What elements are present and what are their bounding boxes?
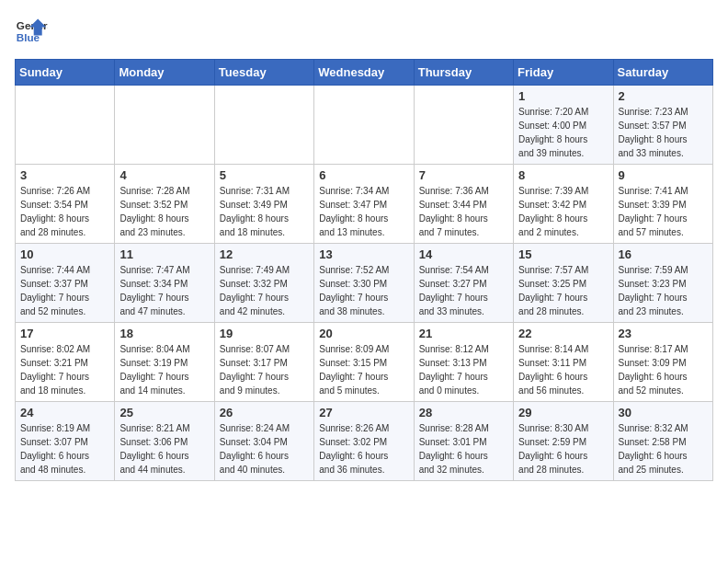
day-number: 15 bbox=[518, 247, 608, 261]
day-number: 3 bbox=[20, 168, 109, 182]
day-cell: 13Sunrise: 7:52 AM Sunset: 3:30 PM Dayli… bbox=[314, 244, 414, 323]
day-number: 4 bbox=[119, 168, 209, 182]
day-info: Sunrise: 7:36 AM Sunset: 3:44 PM Dayligh… bbox=[419, 184, 508, 239]
day-cell: 10Sunrise: 7:44 AM Sunset: 3:37 PM Dayli… bbox=[16, 244, 115, 323]
day-cell bbox=[115, 86, 214, 165]
day-info: Sunrise: 8:24 AM Sunset: 3:04 PM Dayligh… bbox=[220, 421, 309, 477]
day-cell: 22Sunrise: 8:14 AM Sunset: 3:11 PM Dayli… bbox=[514, 323, 613, 402]
week-row-3: 17Sunrise: 8:02 AM Sunset: 3:21 PM Dayli… bbox=[16, 323, 713, 402]
header-thursday: Thursday bbox=[414, 60, 513, 86]
day-info: Sunrise: 7:31 AM Sunset: 3:49 PM Dayligh… bbox=[220, 184, 309, 239]
day-cell: 17Sunrise: 8:02 AM Sunset: 3:21 PM Dayli… bbox=[16, 323, 115, 402]
day-info: Sunrise: 8:26 AM Sunset: 3:02 PM Dayligh… bbox=[319, 421, 408, 477]
day-number: 16 bbox=[619, 247, 708, 261]
week-row-2: 10Sunrise: 7:44 AM Sunset: 3:37 PM Dayli… bbox=[16, 244, 713, 323]
day-number: 6 bbox=[319, 168, 408, 182]
day-info: Sunrise: 7:54 AM Sunset: 3:27 PM Dayligh… bbox=[419, 263, 508, 318]
day-cell: 20Sunrise: 8:09 AM Sunset: 3:15 PM Dayli… bbox=[314, 323, 414, 402]
day-cell: 12Sunrise: 7:49 AM Sunset: 3:32 PM Dayli… bbox=[214, 244, 313, 323]
day-cell: 11Sunrise: 7:47 AM Sunset: 3:34 PM Dayli… bbox=[115, 244, 214, 323]
day-number: 25 bbox=[119, 406, 209, 419]
day-info: Sunrise: 8:32 AM Sunset: 2:58 PM Dayligh… bbox=[619, 421, 708, 477]
day-info: Sunrise: 8:02 AM Sunset: 3:21 PM Dayligh… bbox=[20, 342, 109, 397]
day-number: 5 bbox=[220, 168, 309, 182]
day-info: Sunrise: 7:47 AM Sunset: 3:34 PM Dayligh… bbox=[119, 263, 209, 318]
day-info: Sunrise: 7:34 AM Sunset: 3:47 PM Dayligh… bbox=[319, 184, 408, 239]
day-cell: 28Sunrise: 8:28 AM Sunset: 3:01 PM Dayli… bbox=[414, 402, 513, 481]
day-number: 10 bbox=[20, 247, 109, 261]
day-info: Sunrise: 8:19 AM Sunset: 3:07 PM Dayligh… bbox=[20, 421, 109, 477]
day-cell: 3Sunrise: 7:26 AM Sunset: 3:54 PM Daylig… bbox=[16, 165, 115, 244]
day-number: 30 bbox=[619, 406, 708, 419]
day-info: Sunrise: 8:14 AM Sunset: 3:11 PM Dayligh… bbox=[518, 342, 608, 397]
day-info: Sunrise: 7:41 AM Sunset: 3:39 PM Dayligh… bbox=[619, 184, 708, 239]
day-info: Sunrise: 8:30 AM Sunset: 2:59 PM Dayligh… bbox=[518, 421, 608, 477]
day-info: Sunrise: 8:21 AM Sunset: 3:06 PM Dayligh… bbox=[119, 421, 209, 477]
day-number: 9 bbox=[619, 168, 708, 182]
day-info: Sunrise: 7:20 AM Sunset: 4:00 PM Dayligh… bbox=[518, 105, 608, 160]
day-cell: 1Sunrise: 7:20 AM Sunset: 4:00 PM Daylig… bbox=[514, 86, 613, 165]
logo: General Blue bbox=[15, 15, 48, 48]
day-cell: 9Sunrise: 7:41 AM Sunset: 3:39 PM Daylig… bbox=[613, 165, 712, 244]
day-info: Sunrise: 7:23 AM Sunset: 3:57 PM Dayligh… bbox=[619, 105, 708, 160]
day-number: 27 bbox=[319, 406, 408, 419]
header-tuesday: Tuesday bbox=[214, 60, 313, 86]
header-friday: Friday bbox=[514, 60, 613, 86]
day-number: 12 bbox=[220, 247, 309, 261]
day-cell: 5Sunrise: 7:31 AM Sunset: 3:49 PM Daylig… bbox=[214, 165, 313, 244]
header-wednesday: Wednesday bbox=[314, 60, 414, 86]
week-row-0: 1Sunrise: 7:20 AM Sunset: 4:00 PM Daylig… bbox=[16, 86, 713, 165]
day-number: 14 bbox=[419, 247, 508, 261]
day-cell: 30Sunrise: 8:32 AM Sunset: 2:58 PM Dayli… bbox=[613, 402, 712, 481]
day-number: 13 bbox=[319, 247, 408, 261]
day-number: 18 bbox=[119, 327, 209, 340]
day-cell: 26Sunrise: 8:24 AM Sunset: 3:04 PM Dayli… bbox=[214, 402, 313, 481]
day-info: Sunrise: 8:09 AM Sunset: 3:15 PM Dayligh… bbox=[319, 342, 408, 397]
day-info: Sunrise: 7:44 AM Sunset: 3:37 PM Dayligh… bbox=[20, 263, 109, 318]
day-cell: 21Sunrise: 8:12 AM Sunset: 3:13 PM Dayli… bbox=[414, 323, 513, 402]
day-cell: 16Sunrise: 7:59 AM Sunset: 3:23 PM Dayli… bbox=[613, 244, 712, 323]
header-saturday: Saturday bbox=[613, 60, 712, 86]
day-info: Sunrise: 8:28 AM Sunset: 3:01 PM Dayligh… bbox=[419, 421, 508, 477]
day-cell: 25Sunrise: 8:21 AM Sunset: 3:06 PM Dayli… bbox=[115, 402, 214, 481]
day-info: Sunrise: 7:52 AM Sunset: 3:30 PM Dayligh… bbox=[319, 263, 408, 318]
day-cell: 4Sunrise: 7:28 AM Sunset: 3:52 PM Daylig… bbox=[115, 165, 214, 244]
day-info: Sunrise: 7:59 AM Sunset: 3:23 PM Dayligh… bbox=[619, 263, 708, 318]
day-cell: 29Sunrise: 8:30 AM Sunset: 2:59 PM Dayli… bbox=[514, 402, 613, 481]
day-number: 28 bbox=[419, 406, 508, 419]
header-sunday: Sunday bbox=[16, 60, 115, 86]
day-cell: 23Sunrise: 8:17 AM Sunset: 3:09 PM Dayli… bbox=[613, 323, 712, 402]
day-number: 8 bbox=[518, 168, 608, 182]
day-number: 22 bbox=[518, 327, 608, 340]
day-info: Sunrise: 7:39 AM Sunset: 3:42 PM Dayligh… bbox=[518, 184, 608, 239]
day-cell: 2Sunrise: 7:23 AM Sunset: 3:57 PM Daylig… bbox=[613, 86, 712, 165]
day-cell: 19Sunrise: 8:07 AM Sunset: 3:17 PM Dayli… bbox=[214, 323, 313, 402]
day-info: Sunrise: 8:07 AM Sunset: 3:17 PM Dayligh… bbox=[220, 342, 309, 397]
day-number: 11 bbox=[119, 247, 209, 261]
day-cell bbox=[214, 86, 313, 165]
calendar-header-row: SundayMondayTuesdayWednesdayThursdayFrid… bbox=[16, 60, 713, 86]
day-info: Sunrise: 8:17 AM Sunset: 3:09 PM Dayligh… bbox=[619, 342, 708, 397]
day-cell: 8Sunrise: 7:39 AM Sunset: 3:42 PM Daylig… bbox=[514, 165, 613, 244]
day-number: 7 bbox=[419, 168, 508, 182]
day-cell: 27Sunrise: 8:26 AM Sunset: 3:02 PM Dayli… bbox=[314, 402, 414, 481]
logo-icon: General Blue bbox=[15, 15, 48, 48]
day-number: 2 bbox=[619, 89, 708, 103]
day-number: 19 bbox=[220, 327, 309, 340]
day-cell: 14Sunrise: 7:54 AM Sunset: 3:27 PM Dayli… bbox=[414, 244, 513, 323]
day-number: 23 bbox=[619, 327, 708, 340]
day-number: 20 bbox=[319, 327, 408, 340]
day-number: 24 bbox=[20, 406, 109, 419]
day-cell: 18Sunrise: 8:04 AM Sunset: 3:19 PM Dayli… bbox=[115, 323, 214, 402]
day-number: 26 bbox=[220, 406, 309, 419]
day-number: 29 bbox=[518, 406, 608, 419]
day-cell: 6Sunrise: 7:34 AM Sunset: 3:47 PM Daylig… bbox=[314, 165, 414, 244]
day-number: 21 bbox=[419, 327, 508, 340]
day-info: Sunrise: 7:28 AM Sunset: 3:52 PM Dayligh… bbox=[119, 184, 209, 239]
day-cell: 7Sunrise: 7:36 AM Sunset: 3:44 PM Daylig… bbox=[414, 165, 513, 244]
day-number: 17 bbox=[20, 327, 109, 340]
day-cell bbox=[314, 86, 414, 165]
calendar-table: SundayMondayTuesdayWednesdayThursdayFrid… bbox=[15, 59, 713, 481]
day-cell bbox=[414, 86, 513, 165]
day-info: Sunrise: 7:57 AM Sunset: 3:25 PM Dayligh… bbox=[518, 263, 608, 318]
